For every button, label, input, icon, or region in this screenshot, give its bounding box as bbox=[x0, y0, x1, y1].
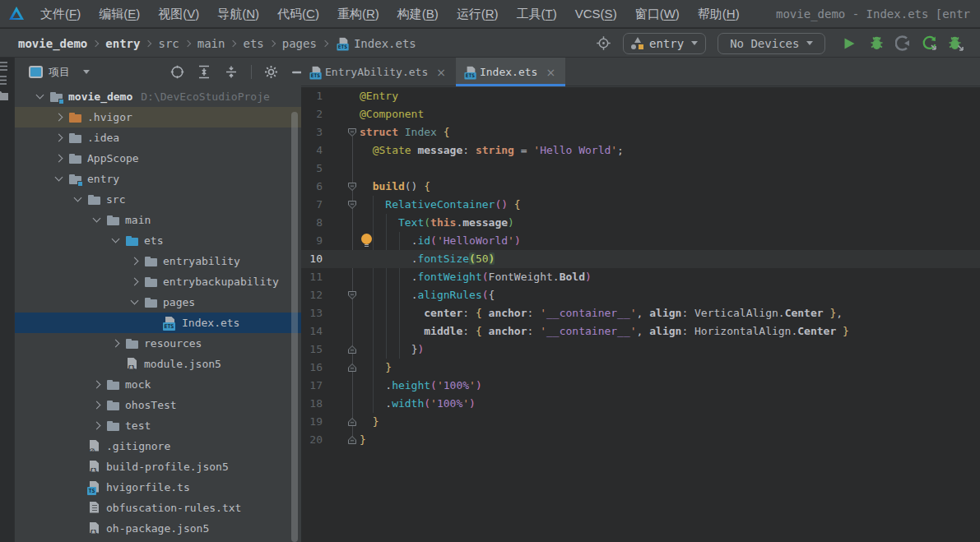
tree-item-hvigorfile-ts[interactable]: TShvigorfile.ts bbox=[15, 477, 301, 498]
tree-item-mock[interactable]: mock bbox=[15, 374, 301, 395]
structure-toolwindow-icon[interactable] bbox=[0, 75, 8, 86]
tree-item-test[interactable]: test bbox=[15, 415, 301, 436]
tree-item-module-json5[interactable]: {}module.json5 bbox=[15, 354, 301, 374]
commit-toolwindow-icon[interactable] bbox=[0, 61, 8, 72]
tree-item--gitignore[interactable]: ∅.gitignore bbox=[15, 436, 301, 456]
tree-item-ets[interactable]: ets bbox=[15, 230, 301, 251]
code-line-15[interactable]: 15 }) bbox=[301, 340, 980, 359]
menu-item[interactable]: 代码(C) bbox=[268, 7, 328, 21]
collapse-all-icon[interactable] bbox=[222, 63, 240, 81]
tree-item-main[interactable]: main bbox=[15, 210, 301, 230]
menu-item[interactable]: VCS(S) bbox=[566, 7, 626, 21]
breadcrumb-item[interactable]: pages bbox=[282, 37, 317, 50]
editor-tab-entryability-ets[interactable]: ETSEntryAbility.ets× bbox=[301, 58, 456, 86]
run-button[interactable] bbox=[842, 36, 857, 51]
expand-all-icon[interactable] bbox=[195, 63, 213, 81]
code-editor[interactable]: 1@Entry2@Component3struct Index {4 @Stat… bbox=[301, 87, 980, 542]
fold-end-icon[interactable] bbox=[347, 435, 357, 445]
code-line-9[interactable]: 9 .id('HelloWorld') bbox=[301, 232, 980, 250]
fold-end-icon[interactable] bbox=[347, 417, 357, 427]
breadcrumb-item[interactable]: movie_demo bbox=[18, 37, 87, 50]
tree-item--idea[interactable]: .idea bbox=[15, 127, 301, 148]
code-line-2[interactable]: 2@Component bbox=[301, 105, 980, 123]
code-line-10[interactable]: 10 .fontSize(50) bbox=[301, 250, 980, 268]
tree-item-ohostest[interactable]: ohosTest bbox=[15, 395, 301, 415]
fold-end-icon[interactable] bbox=[347, 345, 357, 354]
tree-item-partial[interactable] bbox=[15, 539, 301, 542]
tree-item-entry[interactable]: entry bbox=[15, 169, 301, 189]
fold-start-icon[interactable] bbox=[347, 290, 357, 300]
tree-item-index-ets[interactable]: ETSIndex.ets bbox=[15, 313, 301, 333]
project-panel-title[interactable]: 项目 bbox=[49, 65, 70, 80]
fold-start-icon[interactable] bbox=[347, 127, 357, 137]
tree-item-movie-demo[interactable]: movie_demoD:\DevEcoStudioProje bbox=[15, 86, 301, 107]
tree-item-pages[interactable]: pages bbox=[15, 292, 301, 313]
settings-gear-icon[interactable] bbox=[262, 63, 280, 81]
chevron-right-icon[interactable] bbox=[91, 400, 103, 411]
chevron-right-icon[interactable] bbox=[129, 276, 141, 288]
menu-item[interactable]: 文件(F) bbox=[31, 7, 90, 21]
code-line-3[interactable]: 3struct Index { bbox=[301, 123, 980, 141]
code-line-18[interactable]: 18 .width('100%') bbox=[301, 395, 980, 413]
menu-item[interactable]: 导航(N) bbox=[208, 7, 268, 21]
menu-item[interactable]: 运行(R) bbox=[448, 7, 508, 21]
fold-end-icon[interactable] bbox=[347, 363, 357, 373]
code-line-4[interactable]: 4 @State message: string = 'Hello World'… bbox=[301, 141, 980, 160]
tree-item-appscope[interactable]: AppScope bbox=[15, 148, 301, 169]
menu-item[interactable]: 工具(T) bbox=[508, 7, 566, 21]
menu-item[interactable]: 编辑(E) bbox=[90, 7, 149, 21]
chevron-down-icon[interactable] bbox=[83, 70, 90, 74]
code-line-14[interactable]: 14 middle: { anchor: '__container__', al… bbox=[301, 322, 980, 340]
code-line-20[interactable]: 20} bbox=[301, 431, 980, 449]
chevron-down-icon[interactable] bbox=[129, 297, 141, 308]
debug-button[interactable] bbox=[869, 35, 885, 51]
code-line-8[interactable]: 8 Text(this.message) bbox=[301, 214, 980, 232]
code-line-1[interactable]: 1@Entry bbox=[301, 87, 980, 105]
locate-icon[interactable] bbox=[168, 63, 186, 81]
tree-item-obfuscation-rules-txt[interactable]: obfuscation-rules.txt bbox=[15, 498, 301, 518]
chevron-down-icon[interactable] bbox=[35, 91, 46, 103]
chevron-right-icon[interactable] bbox=[53, 112, 65, 123]
tree-item-oh-package-json5[interactable]: {}oh-package.json5 bbox=[15, 518, 301, 539]
menu-item[interactable]: 重构(R) bbox=[328, 7, 388, 21]
code-line-11[interactable]: 11 .fontWeight(FontWeight.Bold) bbox=[301, 268, 980, 286]
chevron-right-icon[interactable] bbox=[91, 420, 103, 432]
run-configuration-select[interactable]: entry bbox=[623, 33, 706, 54]
chevron-right-icon[interactable] bbox=[129, 256, 141, 267]
code-line-6[interactable]: 6 build() { bbox=[301, 178, 980, 196]
chevron-down-icon[interactable] bbox=[72, 194, 84, 206]
tree-item-src[interactable]: src bbox=[15, 189, 301, 210]
code-line-13[interactable]: 13 center: { anchor: '__container__', al… bbox=[301, 304, 980, 322]
breadcrumb-item[interactable]: Index.ets bbox=[354, 37, 416, 50]
device-select[interactable]: No Devices bbox=[718, 33, 825, 54]
attach-profiler-icon[interactable] bbox=[895, 35, 911, 51]
chevron-down-icon[interactable] bbox=[53, 174, 65, 185]
editor-tab-index-ets[interactable]: ETSIndex.ets× bbox=[456, 58, 565, 86]
menu-item[interactable]: 构建(B) bbox=[388, 7, 448, 21]
tree-item-entrybackupability[interactable]: entrybackupability bbox=[15, 271, 301, 292]
menu-item[interactable]: 视图(V) bbox=[149, 7, 208, 21]
chevron-right-icon[interactable] bbox=[110, 338, 122, 350]
chevron-right-icon[interactable] bbox=[91, 379, 103, 391]
close-icon[interactable]: × bbox=[436, 66, 446, 79]
hide-panel-icon[interactable] bbox=[289, 63, 301, 81]
tree-item-build-profile-json5[interactable]: {}build-profile.json5 bbox=[15, 456, 301, 477]
rerun-icon[interactable] bbox=[922, 35, 937, 51]
code-line-19[interactable]: 19 } bbox=[301, 413, 980, 431]
breadcrumb-item[interactable]: src bbox=[158, 37, 179, 50]
tree-item--hvigor[interactable]: .hvigor bbox=[15, 107, 301, 127]
tree-scrollbar[interactable] bbox=[291, 112, 298, 542]
tree-item-entryability[interactable]: entryability bbox=[15, 251, 301, 271]
fold-start-icon[interactable] bbox=[347, 200, 357, 210]
project-toolwindow-icon[interactable] bbox=[0, 90, 8, 100]
code-line-7[interactable]: 7 RelativeContainer() { bbox=[301, 196, 980, 214]
breadcrumb-item[interactable]: entry bbox=[105, 37, 140, 50]
code-line-16[interactable]: 16 } bbox=[301, 359, 980, 377]
fold-start-icon[interactable] bbox=[347, 182, 357, 192]
chevron-down-icon[interactable] bbox=[91, 215, 103, 226]
menu-item[interactable]: 帮助(H) bbox=[689, 7, 749, 21]
menu-item[interactable]: 窗口(W) bbox=[626, 7, 689, 21]
debug-attach-icon[interactable] bbox=[948, 35, 964, 51]
breadcrumb-item[interactable]: main bbox=[197, 37, 225, 50]
breadcrumb-item[interactable]: ets bbox=[243, 37, 263, 50]
